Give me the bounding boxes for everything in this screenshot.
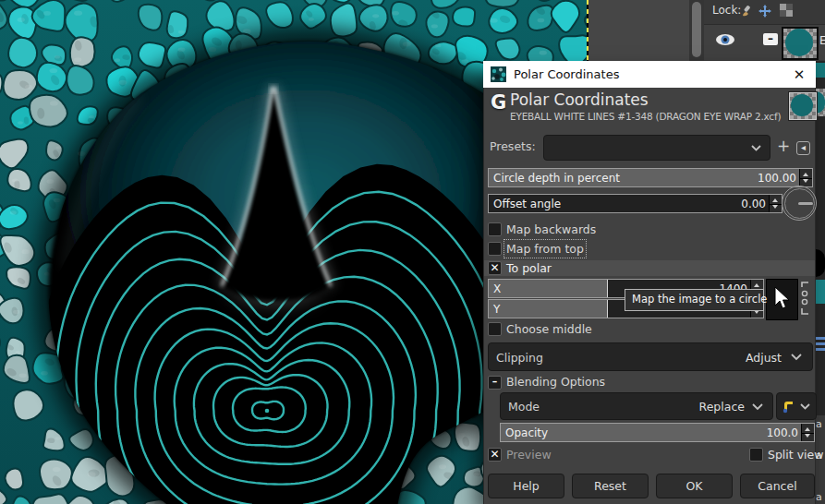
mode-combo[interactable]: Mode Replace (500, 392, 773, 420)
filter-title: Polar Coordinates (510, 90, 649, 109)
layer-link-icon[interactable]: – (763, 33, 778, 45)
reset-icon (782, 399, 796, 414)
choose-middle-row[interactable]: Choose middle (484, 321, 815, 337)
to-polar-row[interactable]: ✕ To polar (484, 260, 815, 276)
presets-combo[interactable] (543, 135, 770, 161)
lock-paint-icon[interactable] (739, 4, 754, 18)
gegl-logo: G (491, 91, 506, 114)
mouse-cursor (766, 279, 798, 320)
dialog-icon (491, 66, 506, 82)
chevron-down-icon (791, 354, 802, 361)
chevron-down-icon (800, 403, 810, 410)
chevron-down-icon (751, 145, 761, 151)
filter-subtitle: EYEBALL WHITE LINES #1-348 (DRAGON EYE W… (510, 111, 781, 122)
angle-dial[interactable] (782, 186, 817, 221)
offset-angle-slider[interactable]: Offset angle 0.00 (488, 194, 783, 213)
chain-link-icon[interactable] (799, 281, 810, 318)
filter-thumbnail (789, 92, 817, 120)
mode-reset-button[interactable] (776, 392, 817, 420)
layer-row[interactable]: – E (704, 24, 825, 60)
preview-checkbox[interactable]: ✕ (488, 448, 502, 462)
canvas-surround (588, 0, 689, 61)
cancel-button[interactable]: Cancel (740, 474, 815, 498)
scrollbar-thumb[interactable] (692, 2, 701, 57)
opacity-slider[interactable]: Opacity 100.0 (500, 423, 815, 442)
close-icon[interactable]: ✕ (790, 66, 808, 84)
lock-alpha-icon[interactable] (780, 4, 793, 17)
spinner[interactable] (801, 424, 814, 441)
map-backwards-checkbox[interactable] (488, 222, 502, 236)
vertical-scrollbar[interactable] (689, 0, 704, 61)
lock-move-icon[interactable] (758, 4, 772, 18)
layers-dock: Lock: – E (704, 0, 825, 61)
tooltip: Map the image to a circle (625, 289, 764, 311)
spinner[interactable] (769, 195, 782, 212)
to-polar-checkbox[interactable]: ✕ (488, 261, 502, 275)
preview-row[interactable]: ✕ Preview Split view (484, 447, 815, 462)
circle-depth-slider[interactable]: Circle depth in percent 100.00 (488, 168, 813, 187)
clipping-combo[interactable]: Clipping Adjust (488, 342, 813, 371)
layer-thumbnail[interactable] (782, 27, 819, 60)
right-dock-sliver: a a a (816, 61, 825, 504)
polar-coordinates-dialog: Polar Coordinates ✕ G Polar Coordinates … (483, 61, 816, 504)
split-view-checkbox[interactable] (749, 448, 763, 462)
layer-name-fragment: E (819, 34, 825, 47)
lock-label: Lock: (712, 4, 741, 17)
map-from-top-row[interactable]: Map from top (484, 241, 815, 257)
help-button[interactable]: Help (488, 474, 564, 498)
add-preset-button[interactable]: + (777, 137, 790, 155)
map-backwards-row[interactable]: Map backwards (484, 222, 815, 237)
reset-button[interactable]: Reset (572, 474, 649, 498)
chevron-down-icon (752, 403, 763, 411)
blending-expander[interactable]: – (488, 376, 502, 390)
ok-button[interactable]: OK (656, 474, 733, 498)
spinner[interactable] (799, 169, 812, 186)
preset-menu-button[interactable]: ◂ (796, 141, 810, 155)
dialog-body: G Polar Coordinates EYEBALL WHITE LINES … (483, 88, 816, 504)
map-from-top-checkbox[interactable] (488, 242, 502, 256)
dialog-titlebar[interactable]: Polar Coordinates ✕ (483, 61, 816, 88)
presets-label: Presets: (490, 139, 536, 153)
dialog-title: Polar Coordinates (514, 67, 619, 81)
lock-row: Lock: (704, 0, 825, 23)
choose-middle-checkbox[interactable] (488, 322, 502, 336)
gimp-window: Lock: – E a a a Polar Coordinates ✕ (0, 0, 825, 504)
layer-visible-eye-icon[interactable] (715, 32, 735, 47)
